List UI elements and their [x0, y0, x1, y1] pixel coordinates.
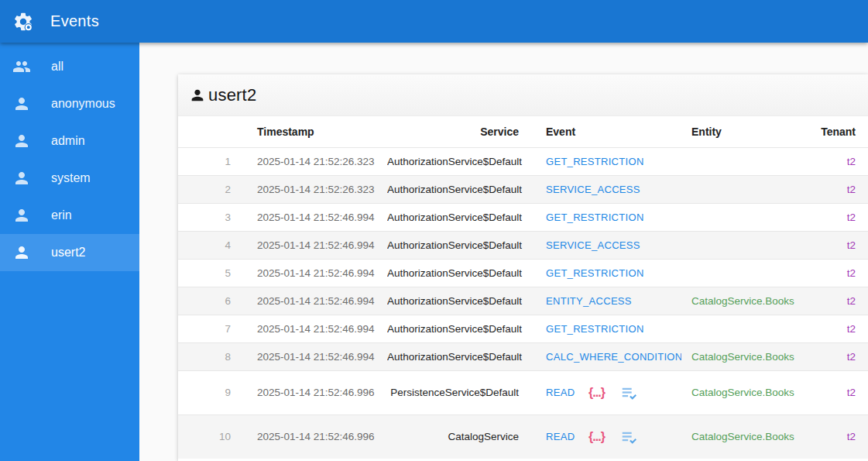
row-entity — [681, 259, 805, 287]
column-event: Event — [523, 116, 681, 147]
table-row: 1 2025-01-14 21:52:26.323 AuthorizationS… — [178, 147, 868, 175]
sidebar-item-erin[interactable]: erin — [0, 197, 139, 234]
row-service: CatalogService — [387, 415, 523, 459]
row-entity — [681, 175, 805, 203]
payload-braces-icon[interactable]: {...} — [588, 386, 605, 400]
event-link[interactable]: SERVICE_ACCESS — [546, 184, 640, 195]
person-icon — [189, 87, 206, 104]
table-row: 8 2025-01-14 21:52:46.994 AuthorizationS… — [178, 342, 868, 370]
table-row: 6 2025-01-14 21:52:46.994 AuthorizationS… — [178, 287, 868, 315]
row-tenant: t2 — [805, 415, 868, 459]
row-timestamp: 2025-01-14 21:52:46.994 — [244, 315, 387, 342]
event-link[interactable]: GET_RESTRICTION — [546, 323, 644, 335]
row-tenant: t2 — [805, 147, 868, 175]
sidebar-item-label: system — [51, 171, 91, 185]
column-tenant: Tenant — [805, 116, 868, 147]
sidebar-item-system[interactable]: system — [0, 160, 139, 197]
event-link[interactable]: READ — [546, 386, 575, 397]
event-link[interactable]: READ — [546, 430, 575, 442]
row-tenant: t2 — [805, 203, 868, 231]
sidebar-item-label: admin — [51, 134, 85, 148]
sidebar-item-label: erin — [51, 208, 72, 222]
table-header-row: Timestamp Service Event Entity Tenant — [178, 116, 868, 147]
appbar: Events — [0, 0, 868, 43]
table-row: 4 2025-01-14 21:52:46.994 AuthorizationS… — [178, 231, 868, 259]
event-link[interactable]: CALC_WHERE_CONDITION — [546, 351, 681, 363]
row-entity — [681, 147, 805, 175]
row-service: AuthorizationService$Default — [387, 203, 523, 231]
sidebar-item-admin[interactable]: admin — [0, 122, 139, 160]
row-tenant: t2 — [805, 231, 868, 259]
sidebar-item-label: usert2 — [51, 246, 85, 260]
checklist-check-icon[interactable] — [620, 384, 637, 401]
table-row: 9 2025-01-14 21:52:46.996 PersistenceSer… — [178, 370, 868, 415]
row-number: 8 — [178, 342, 244, 370]
checklist-check-icon[interactable] — [620, 428, 637, 446]
table-row: 3 2025-01-14 21:52:46.994 AuthorizationS… — [178, 203, 868, 231]
event-link[interactable]: GET_RESTRICTION — [546, 212, 644, 223]
row-number: 2 — [178, 175, 244, 203]
services-gear-icon — [12, 10, 35, 33]
row-number: 9 — [178, 370, 244, 415]
row-entity: CatalogService.Books — [681, 370, 805, 415]
app-title: Events — [50, 12, 99, 30]
row-entity — [681, 203, 805, 231]
page-title: usert2 — [208, 85, 256, 105]
row-timestamp: 2025-01-14 21:52:46.994 — [244, 203, 387, 231]
column-number — [178, 116, 244, 147]
row-entity — [681, 315, 805, 342]
row-timestamp: 2025-01-14 21:52:46.994 — [244, 342, 387, 370]
row-number: 10 — [178, 415, 244, 459]
column-entity: Entity — [681, 116, 805, 147]
event-link[interactable]: GET_RESTRICTION — [546, 156, 644, 167]
row-timestamp: 2025-01-14 21:52:26.323 — [244, 147, 387, 175]
row-timestamp: 2025-01-14 21:52:46.996 — [244, 415, 387, 459]
table-row: 5 2025-01-14 21:52:46.994 AuthorizationS… — [178, 259, 868, 287]
row-service: AuthorizationService$Default — [387, 315, 523, 342]
row-service: AuthorizationService$Default — [387, 147, 523, 175]
events-card: usert2 Timestamp Service Event Entity Te… — [178, 74, 868, 461]
card-header: usert2 — [178, 74, 868, 116]
sidebar-item-label: all — [51, 60, 63, 74]
person-icon — [12, 243, 31, 262]
column-timestamp: Timestamp — [244, 116, 387, 147]
row-number: 5 — [178, 259, 244, 287]
table-row: 10 2025-01-14 21:52:46.996 CatalogServic… — [178, 415, 868, 459]
row-number: 7 — [178, 315, 244, 342]
row-service: AuthorizationService$Default — [387, 259, 523, 287]
row-service: PersistenceService$Default — [387, 370, 523, 415]
row-timestamp: 2025-01-14 21:52:26.323 — [244, 175, 387, 203]
row-entity: CatalogService.Books — [681, 287, 805, 315]
column-service: Service — [387, 116, 523, 147]
row-number: 6 — [178, 287, 244, 315]
sidebar-item-usert2[interactable]: usert2 — [0, 234, 139, 271]
person-icon — [12, 169, 31, 187]
users-sidebar: all anonymous admin system — [0, 43, 139, 461]
people-icon — [12, 57, 31, 76]
row-tenant: t2 — [805, 342, 868, 370]
person-icon — [12, 206, 31, 225]
table-row: 7 2025-01-14 21:52:46.994 AuthorizationS… — [178, 315, 868, 342]
sidebar-item-anonymous[interactable]: anonymous — [0, 85, 139, 122]
event-link[interactable]: SERVICE_ACCESS — [546, 239, 640, 251]
person-icon — [12, 95, 31, 113]
event-link[interactable]: ENTITY_ACCESS — [546, 295, 632, 307]
sidebar-item-label: anonymous — [51, 97, 115, 111]
row-timestamp: 2025-01-14 21:52:46.994 — [244, 259, 387, 287]
row-tenant: t2 — [805, 287, 868, 315]
row-tenant: t2 — [805, 315, 868, 342]
row-tenant: t2 — [805, 370, 868, 415]
sidebar-item-all[interactable]: all — [0, 48, 139, 85]
person-icon — [12, 132, 31, 150]
row-service: AuthorizationService$Default — [387, 231, 523, 259]
row-entity: CatalogService.Books — [681, 342, 805, 370]
row-timestamp: 2025-01-14 21:52:46.996 — [244, 370, 387, 415]
payload-braces-icon[interactable]: {...} — [588, 430, 605, 444]
row-service: AuthorizationService$Default — [387, 342, 523, 370]
row-service: AuthorizationService$Default — [387, 175, 523, 203]
event-link[interactable]: GET_RESTRICTION — [546, 267, 644, 279]
main-content: usert2 Timestamp Service Event Entity Te… — [139, 43, 868, 461]
row-number: 3 — [178, 203, 244, 231]
row-entity: CatalogService.Books — [681, 415, 805, 459]
row-number: 1 — [178, 147, 244, 175]
